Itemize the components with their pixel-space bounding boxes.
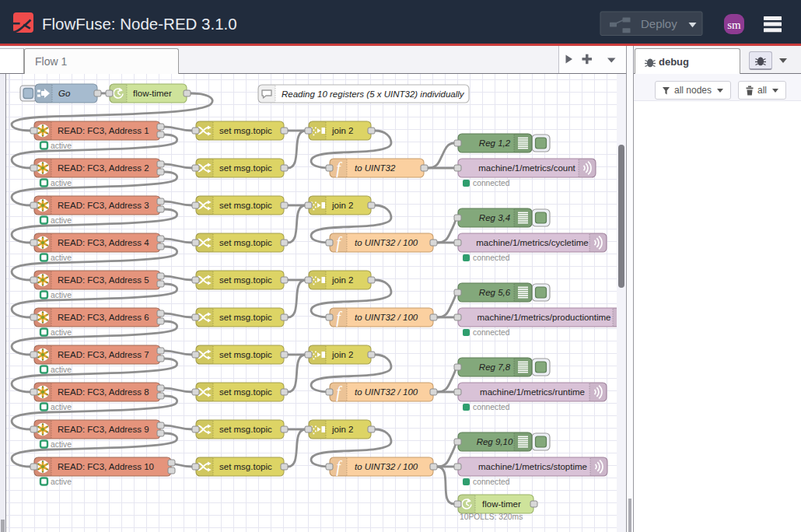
- svg-text:machine/1/metrics/count: machine/1/metrics/count: [478, 163, 575, 173]
- svg-text:join 2: join 2: [331, 425, 354, 434]
- svg-text:machine/1/metrics/productionti: machine/1/metrics/productiontime: [477, 313, 611, 322]
- svg-text:Reg 5,6: Reg 5,6: [479, 288, 511, 297]
- svg-text:to UINT32 / 100: to UINT32 / 100: [355, 313, 418, 322]
- svg-text:set msg.topic: set msg.topic: [219, 163, 272, 173]
- svg-text:Deploy: Deploy: [641, 17, 677, 30]
- svg-text:Reg 3,4: Reg 3,4: [479, 213, 510, 222]
- svg-text:machine/1/metrics/runtime: machine/1/metrics/runtime: [480, 387, 585, 397]
- svg-text:machine/1/metrics/stoptime: machine/1/metrics/stoptime: [478, 462, 587, 471]
- svg-text:READ: FC3, Address 6: READ: FC3, Address 6: [58, 313, 149, 322]
- svg-text:READ: FC3, Address 10: READ: FC3, Address 10: [58, 462, 154, 471]
- svg-text:flow-timer: flow-timer: [482, 499, 521, 509]
- svg-text:active: active: [51, 291, 72, 299]
- svg-text:Reg 7,8: Reg 7,8: [479, 362, 511, 372]
- svg-text:READ: FC3, Address 9: READ: FC3, Address 9: [58, 425, 149, 434]
- svg-text:machine/1/metrics/cycletime: machine/1/metrics/cycletime: [476, 238, 588, 247]
- svg-text:to UINT32 / 100: to UINT32 / 100: [355, 462, 418, 471]
- svg-text:set msg.topic: set msg.topic: [219, 238, 272, 247]
- svg-text:active: active: [51, 440, 72, 449]
- svg-text:join 2: join 2: [331, 350, 354, 359]
- svg-text:READ: FC3, Address 8: READ: FC3, Address 8: [58, 387, 149, 397]
- svg-text:active: active: [51, 366, 72, 374]
- svg-text:set msg.topic: set msg.topic: [219, 425, 272, 434]
- svg-text:active: active: [51, 254, 72, 262]
- svg-text:Go: Go: [58, 89, 71, 98]
- svg-text:set msg.topic: set msg.topic: [219, 350, 272, 359]
- svg-text:READ: FC3, Address 4: READ: FC3, Address 4: [58, 238, 149, 247]
- svg-text:sm: sm: [727, 19, 741, 31]
- svg-text:Reg 1,2: Reg 1,2: [479, 138, 511, 148]
- svg-text:join 2: join 2: [331, 275, 354, 285]
- svg-text:READ: FC3, Address 1: READ: FC3, Address 1: [58, 126, 149, 135]
- svg-text:Reg 9,10: Reg 9,10: [477, 437, 513, 446]
- svg-text:active: active: [51, 328, 72, 337]
- svg-text:set msg.topic: set msg.topic: [219, 462, 272, 471]
- svg-text:active: active: [51, 216, 72, 225]
- svg-text:connected: connected: [473, 179, 510, 187]
- svg-text:set msg.topic: set msg.topic: [219, 387, 272, 397]
- svg-text:to UINT32 / 100: to UINT32 / 100: [355, 238, 418, 247]
- svg-text:flow-timer: flow-timer: [133, 89, 172, 98]
- svg-text:READ: FC3, Address 5: READ: FC3, Address 5: [58, 275, 149, 285]
- svg-text:active: active: [51, 179, 72, 187]
- svg-text:set msg.topic: set msg.topic: [219, 126, 272, 135]
- svg-text:connected: connected: [473, 254, 510, 262]
- svg-text:READ: FC3, Address 2: READ: FC3, Address 2: [58, 163, 149, 173]
- svg-text:connected: connected: [473, 478, 510, 486]
- svg-text:set msg.topic: set msg.topic: [219, 201, 272, 210]
- svg-text:READ: FC3, Address 7: READ: FC3, Address 7: [58, 350, 149, 359]
- svg-text:join 2: join 2: [331, 201, 354, 210]
- svg-text:join 2: join 2: [331, 126, 354, 135]
- svg-text:to UINT32: to UINT32: [355, 163, 396, 173]
- svg-text:FlowFuse: Node-RED 3.1.0: FlowFuse: Node-RED 3.1.0: [42, 15, 237, 33]
- svg-text:active: active: [51, 478, 72, 486]
- svg-text:set msg.topic: set msg.topic: [219, 275, 272, 285]
- svg-text:READ: FC3, Address 3: READ: FC3, Address 3: [58, 201, 149, 210]
- svg-text:to UINT32 / 100: to UINT32 / 100: [355, 387, 418, 397]
- svg-text:active: active: [51, 403, 72, 411]
- svg-text:connected: connected: [473, 328, 510, 337]
- svg-text:set msg.topic: set msg.topic: [219, 313, 272, 322]
- svg-text:active: active: [51, 142, 72, 150]
- svg-text:Reading 10 registers (5 x UINT: Reading 10 registers (5 x UINT32) indivi…: [282, 89, 465, 99]
- svg-text:connected: connected: [473, 403, 510, 411]
- svg-text:10POLLS: 320ms: 10POLLS: 320ms: [460, 513, 523, 521]
